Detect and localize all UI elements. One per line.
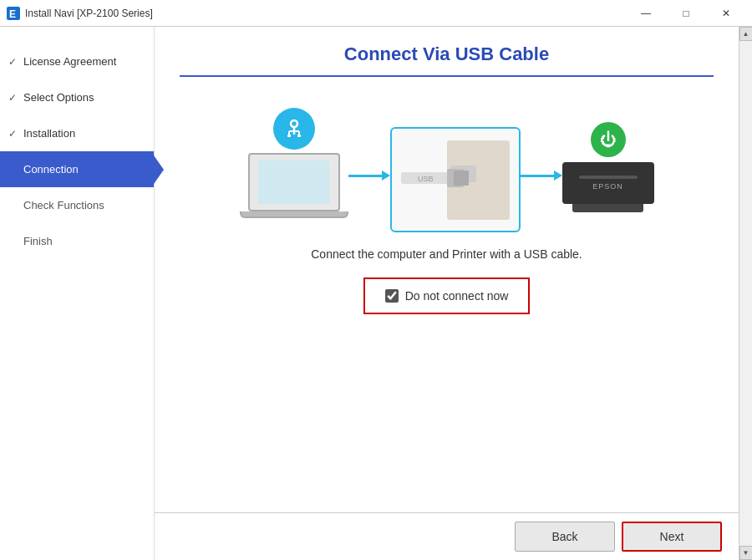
sidebar-item-finish[interactable]: Finish <box>0 223 154 259</box>
close-button[interactable]: ✕ <box>707 0 745 27</box>
svg-rect-14 <box>454 171 469 186</box>
svg-point-2 <box>291 120 297 127</box>
sidebar-item-license[interactable]: License Agreement <box>0 43 154 79</box>
printer-container: ⏻ EPSON <box>562 122 654 212</box>
svg-text:E: E <box>9 8 16 20</box>
titlebar: E Install Navi [XP-2100 Series] — □ ✕ <box>0 0 752 27</box>
content-area: Connect Via USB Cable <box>155 27 739 560</box>
window-controls: — □ ✕ <box>627 0 745 27</box>
minimize-button[interactable]: — <box>627 0 665 27</box>
svg-rect-8 <box>297 135 301 137</box>
left-arrow <box>348 171 390 181</box>
right-scrollbar: ▲ ▼ <box>739 27 752 560</box>
scroll-up-arrow[interactable]: ▲ <box>739 27 753 41</box>
page-body: Connect Via USB Cable <box>155 27 739 512</box>
scroll-track <box>739 41 752 546</box>
printer-slot <box>579 176 638 179</box>
scroll-down-arrow[interactable]: ▼ <box>739 546 753 560</box>
right-arrow <box>521 171 562 181</box>
svg-text:USB: USB <box>418 175 434 183</box>
illustration: USB <box>180 94 714 232</box>
do-not-connect-label[interactable]: Do not connect now <box>405 289 509 303</box>
back-button[interactable]: Back <box>515 522 615 552</box>
instruction-text: Connect the computer and Printer with a … <box>180 247 714 261</box>
printer-brand: EPSON <box>592 182 623 191</box>
sidebar-item-label: Finish <box>23 235 53 247</box>
printer-body: EPSON <box>562 162 654 204</box>
checkbox-section: Do not connect now <box>180 277 714 314</box>
sidebar-item-connection[interactable]: Connection <box>0 151 154 187</box>
sidebar: License Agreement Select Options Install… <box>0 27 155 560</box>
usb-bubble <box>273 108 315 150</box>
sidebar-item-installation[interactable]: Installation <box>0 115 154 151</box>
sidebar-item-label: License Agreement <box>23 55 116 68</box>
laptop-screen <box>258 160 329 204</box>
sidebar-item-label: Check Functions <box>23 199 104 211</box>
svg-rect-7 <box>287 135 291 137</box>
laptop-body <box>248 153 340 211</box>
usb-plug-area: USB <box>397 134 514 226</box>
connection-arrow-group: USB <box>348 119 562 232</box>
checkbox-wrapper: Do not connect now <box>363 277 531 314</box>
laptop-container <box>240 108 348 218</box>
sidebar-item-label: Select Options <box>23 91 94 104</box>
sidebar-item-label: Connection <box>23 163 79 176</box>
maximize-button[interactable]: □ <box>667 0 705 27</box>
usb-highlight-box: USB <box>390 127 521 232</box>
sidebar-item-options[interactable]: Select Options <box>0 79 154 115</box>
main-content: License Agreement Select Options Install… <box>0 27 752 560</box>
sidebar-item-label: Installation <box>23 127 75 140</box>
page-title: Connect Via USB Cable <box>180 43 714 65</box>
power-icon: ⏻ <box>600 130 617 150</box>
app-icon: E <box>7 7 20 20</box>
power-button-indicator: ⏻ <box>591 122 626 157</box>
title-divider <box>180 75 714 77</box>
footer: Back Next <box>155 512 739 560</box>
printer-tray <box>572 204 643 212</box>
sidebar-item-check[interactable]: Check Functions <box>0 187 154 223</box>
laptop-base <box>240 211 348 218</box>
next-button[interactable]: Next <box>622 522 722 552</box>
do-not-connect-checkbox[interactable] <box>385 289 399 303</box>
window-title: Install Navi [XP-2100 Series] <box>25 8 627 19</box>
